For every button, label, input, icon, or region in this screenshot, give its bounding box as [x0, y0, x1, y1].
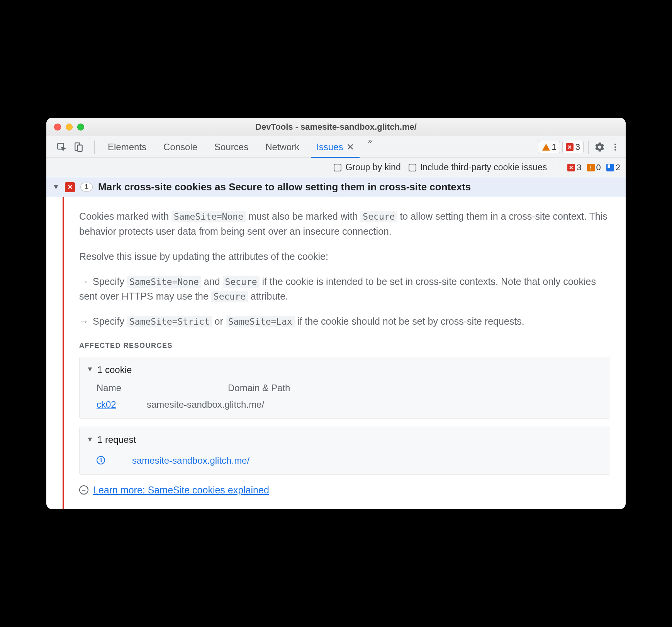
learn-more-text: Learn more: SameSite cookies explained: [93, 483, 269, 498]
issue-body: Cookies marked with SameSite=None must a…: [46, 197, 626, 509]
code-snippet: SameSite=Strict: [127, 316, 212, 327]
errors-badge[interactable]: ✕ 3: [562, 141, 584, 153]
expand-caret-icon: ▼: [87, 434, 93, 445]
tab-console[interactable]: Console: [155, 136, 206, 158]
close-tab-icon[interactable]: ✕: [346, 142, 354, 153]
affected-cookies-box: ▼ 1 cookie Name Domain & Path ck02 sames…: [79, 357, 610, 419]
table-header-row: Name Domain & Path: [97, 381, 603, 395]
svg-point-4: [614, 146, 616, 148]
arrow-icon: →: [79, 314, 90, 329]
tab-elements[interactable]: Elements: [99, 136, 155, 158]
warning-icon: [542, 144, 550, 151]
include-third-party-checkbox[interactable]: Include third-party cookie issues: [409, 162, 547, 173]
error-icon: ✕: [65, 182, 75, 192]
devtools-window: DevTools - samesite-sandbox.glitch.me/ E…: [46, 118, 626, 509]
warning-icon: !: [587, 164, 595, 171]
affected-requests-box: ▼ 1 request ⇅ samesite-sandbox.glitch.me…: [79, 427, 610, 474]
inspect-element-icon[interactable]: [56, 141, 67, 153]
tab-issues[interactable]: Issues ✕: [308, 136, 362, 158]
issues-filter-bar: Group by kind Include third-party cookie…: [46, 158, 626, 177]
requests-section-toggle[interactable]: ▼ 1 request: [87, 432, 603, 447]
arrow-icon: →: [79, 274, 90, 289]
issue-count-badge: 1: [80, 183, 93, 191]
svg-rect-2: [78, 145, 82, 151]
code-snippet: SameSite=None: [171, 211, 246, 222]
warnings-count: 1: [552, 142, 557, 152]
more-options-icon[interactable]: [609, 141, 622, 154]
panel-tabs: Elements Console Sources Network Issues …: [99, 136, 378, 158]
cookies-table: Name Domain & Path ck02 samesite-sandbox…: [87, 381, 603, 412]
issue-counts: ✕3 !0 ▘2: [567, 163, 620, 173]
checkbox-icon: [409, 164, 416, 171]
warnings-badge[interactable]: 1: [539, 141, 560, 153]
code-snippet: Secure: [223, 276, 260, 288]
error-icon: ✕: [566, 143, 574, 151]
issue-row-header[interactable]: ▼ ✕ 1 Mark cross-site cookies as Secure …: [46, 177, 626, 197]
info-count-badge[interactable]: ▘2: [606, 163, 620, 173]
tab-network[interactable]: Network: [257, 136, 308, 158]
code-snippet: Secure: [211, 291, 248, 302]
affected-resources-title: AFFECTED RESOURCES: [79, 341, 610, 351]
checkbox-icon: [334, 164, 341, 171]
issue-paragraph: Resolve this issue by updating the attri…: [79, 249, 610, 264]
network-request-icon: ⇅: [97, 456, 105, 464]
error-icon: ✕: [567, 164, 575, 171]
device-toolbar-icon[interactable]: [73, 141, 84, 153]
requests-list: ⇅ samesite-sandbox.glitch.me/: [87, 451, 603, 468]
expand-caret-icon: ▼: [53, 183, 59, 191]
include-third-party-label: Include third-party cookie issues: [420, 162, 547, 173]
group-by-kind-checkbox[interactable]: Group by kind: [334, 162, 400, 173]
issue-paragraph: Cookies marked with SameSite=None must a…: [79, 209, 610, 239]
requests-count-label: 1 request: [97, 432, 136, 447]
titlebar: DevTools - samesite-sandbox.glitch.me/: [46, 118, 626, 136]
cookie-domain-path: samesite-sandbox.glitch.me/: [147, 397, 264, 412]
learn-more-link[interactable]: → Learn more: SameSite cookies explained: [79, 483, 610, 498]
group-by-kind-label: Group by kind: [345, 162, 400, 173]
errors-count: 3: [575, 142, 580, 152]
toolbar-divider: [557, 161, 557, 174]
col-domain: Domain & Path: [228, 381, 290, 395]
toolbar-divider: [94, 141, 95, 154]
tab-issues-label: Issues: [316, 142, 343, 153]
svg-point-3: [614, 144, 616, 145]
cookies-section-toggle[interactable]: ▼ 1 cookie: [87, 363, 603, 377]
issue-content: Cookies marked with SameSite=None must a…: [64, 197, 626, 509]
expand-caret-icon: ▼: [87, 364, 93, 375]
settings-icon[interactable]: [593, 141, 606, 154]
info-icon: ▘: [606, 164, 614, 171]
external-link-icon: →: [79, 485, 88, 495]
cookies-count-label: 1 cookie: [97, 363, 132, 377]
issue-bullet: → Specify SameSite=None and Secure if th…: [79, 274, 610, 304]
table-row: ck02 samesite-sandbox.glitch.me/: [97, 395, 603, 412]
code-snippet: Secure: [360, 211, 397, 222]
code-snippet: SameSite=Lax: [226, 316, 295, 327]
col-name: Name: [97, 381, 182, 395]
error-count-badge[interactable]: ✕3: [567, 163, 581, 173]
devtools-toolbar: Elements Console Sources Network Issues …: [46, 136, 626, 158]
window-title: DevTools - samesite-sandbox.glitch.me/: [46, 122, 626, 132]
issue-bullet: → Specify SameSite=Strict or SameSite=La…: [79, 314, 610, 329]
warning-count-badge[interactable]: !0: [587, 163, 601, 173]
svg-point-5: [614, 149, 616, 151]
cookie-name-link[interactable]: ck02: [97, 397, 124, 412]
list-item: ⇅ samesite-sandbox.glitch.me/: [97, 451, 603, 468]
request-url-link[interactable]: samesite-sandbox.glitch.me/: [132, 453, 249, 468]
toolbar-divider: [588, 141, 589, 154]
code-snippet: SameSite=None: [127, 276, 201, 288]
issue-title: Mark cross-site cookies as Secure to all…: [98, 181, 471, 193]
tab-sources[interactable]: Sources: [206, 136, 257, 158]
more-tabs-icon[interactable]: »: [363, 136, 378, 158]
